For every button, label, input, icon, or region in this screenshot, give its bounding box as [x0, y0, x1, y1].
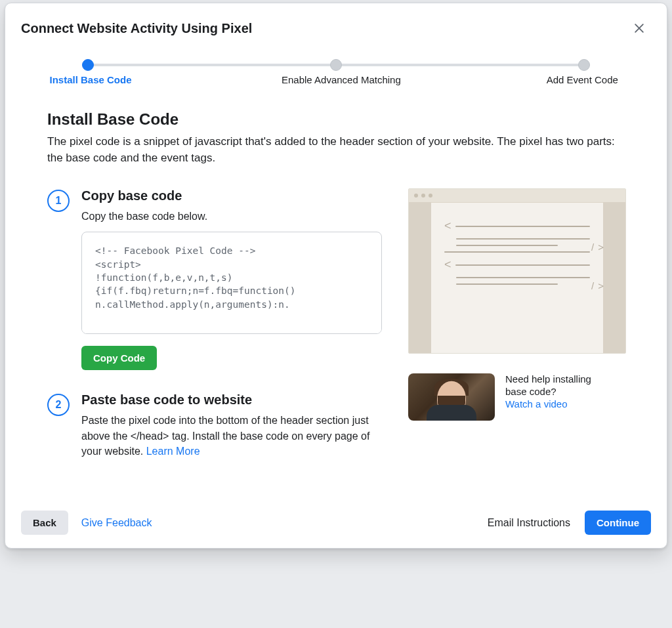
help-section: Need help installing base code? Watch a … — [408, 373, 625, 421]
stepper-label-1[interactable]: Install Base Code — [49, 74, 131, 85]
aside-column: < / > < / > — [408, 188, 625, 489]
step-1-text: Copy the base code below. — [81, 209, 382, 224]
help-text: Need help installing base code? Watch a … — [505, 373, 625, 409]
stepper-dot-2[interactable] — [330, 59, 342, 71]
steps-column: 1 Copy base code Copy the base code belo… — [47, 188, 382, 489]
stepper-labels: Install Base Code Enable Advanced Matchi… — [84, 74, 588, 85]
pixel-code-box[interactable]: <!-- Facebook Pixel Code --> <script> !f… — [81, 232, 382, 334]
illustration-browser-bar — [409, 189, 625, 203]
pixel-setup-modal: Connect Website Activity Using Pixel Ins… — [5, 3, 667, 549]
modal-content: Install Base Code The pixel code is a sn… — [5, 92, 667, 499]
step-2-title: Paste base code to website — [81, 392, 382, 408]
step-2-text-body: Paste the pixel code into the bottom of … — [81, 415, 369, 456]
back-button[interactable]: Back — [21, 511, 68, 535]
progress-stepper: Install Base Code Enable Advanced Matchi… — [5, 40, 667, 92]
watch-video-link[interactable]: Watch a video — [505, 398, 568, 409]
stepper-dot-3[interactable] — [578, 59, 590, 71]
stepper-label-2[interactable]: Enable Advanced Matching — [282, 74, 401, 85]
learn-more-link[interactable]: Learn More — [146, 446, 200, 457]
step-1-body: Copy base code Copy the base code below.… — [81, 188, 382, 370]
copy-code-button[interactable]: Copy Code — [81, 346, 157, 370]
step-2: 2 Paste base code to website Paste the p… — [47, 392, 382, 467]
close-icon — [633, 22, 646, 35]
content-columns: 1 Copy base code Copy the base code belo… — [47, 188, 625, 489]
footer-right: Email Instructions Continue — [488, 511, 651, 535]
stepper-track — [88, 64, 584, 66]
section-subtext: The pixel code is a snippet of javascrip… — [47, 134, 625, 166]
continue-button[interactable]: Continue — [585, 511, 651, 535]
step-2-body: Paste base code to website Paste the pix… — [81, 392, 382, 467]
step-2-text: Paste the pixel code into the bottom of … — [81, 413, 382, 459]
step-1-title: Copy base code — [81, 188, 382, 203]
step-1-number: 1 — [47, 190, 70, 212]
stepper-label-3[interactable]: Add Event Code — [547, 74, 618, 85]
modal-header: Connect Website Activity Using Pixel — [5, 3, 667, 40]
stepper-dot-1[interactable] — [82, 59, 94, 71]
modal-title: Connect Website Activity Using Pixel — [21, 21, 252, 36]
section-heading: Install Base Code — [47, 110, 625, 129]
close-button[interactable] — [627, 16, 651, 40]
help-line-1: Need help installing — [505, 373, 625, 385]
step-2-number: 2 — [47, 394, 70, 416]
code-illustration: < / > < / > — [408, 188, 626, 354]
help-line-2: base code? — [505, 386, 625, 397]
modal-footer: Back Give Feedback Email Instructions Co… — [5, 499, 667, 548]
give-feedback-link[interactable]: Give Feedback — [81, 517, 152, 529]
video-thumbnail[interactable] — [408, 373, 495, 421]
step-1: 1 Copy base code Copy the base code belo… — [47, 188, 382, 370]
footer-left: Back Give Feedback — [21, 511, 152, 535]
email-instructions-link[interactable]: Email Instructions — [488, 517, 570, 529]
